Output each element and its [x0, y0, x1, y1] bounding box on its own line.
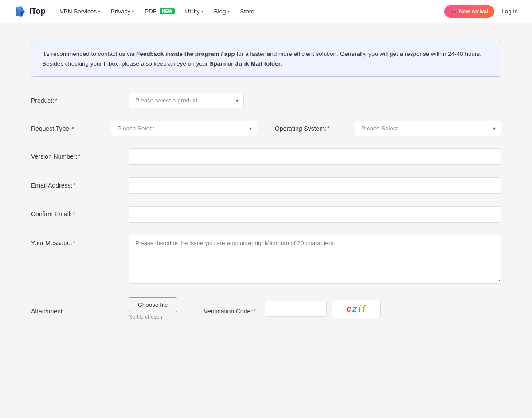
required-star: * [73, 239, 75, 246]
required-star: * [253, 308, 255, 315]
required-star: * [78, 153, 80, 160]
captcha-char-i: i [358, 304, 362, 314]
no-file-text: No file chosen [129, 314, 162, 320]
login-link[interactable]: Log in [501, 8, 518, 15]
required-star: * [73, 211, 75, 218]
request-type-label: Request Type:* [31, 121, 111, 132]
product-label: Product:* [31, 93, 129, 104]
os-label: Operating System:* [275, 121, 355, 132]
version-row: Version Number:* [31, 148, 501, 165]
captcha-char-z: z [352, 304, 358, 314]
info-bold-1: Feedback inside the program / app [136, 51, 235, 57]
required-star: * [73, 182, 75, 189]
required-star: * [55, 97, 57, 104]
version-input[interactable] [129, 148, 501, 165]
info-bold-2: Spam or Junk Mail folder [210, 60, 281, 67]
confirm-email-row: Confirm Email:* [31, 206, 501, 223]
choose-file-button[interactable]: Choose file [129, 297, 177, 312]
logo[interactable]: iTop [14, 5, 46, 18]
nav-links: VPN Services ▾ Privacy ▾ PDF NEW Utility… [60, 8, 444, 15]
info-box: It's recommended to contact us via Feedb… [31, 41, 501, 77]
confirm-email-input[interactable] [129, 206, 501, 223]
email-row: Email Address:* [31, 177, 501, 194]
nav-blog[interactable]: Blog ▾ [214, 8, 230, 15]
captcha-char-f: f [362, 304, 367, 314]
chevron-down-icon: ▾ [201, 9, 203, 14]
info-text-end: . [281, 60, 282, 67]
chevron-down-icon: ▾ [227, 9, 230, 14]
product-select-wrapper: Please select a product ▾ [129, 93, 244, 108]
message-label: Your Message:* [31, 235, 129, 246]
request-type-select-wrapper: Please Select ▾ [111, 121, 257, 136]
request-os-row: Request Type:* Please Select ▾ Operating… [31, 121, 501, 136]
request-type-select[interactable]: Please Select [111, 121, 257, 136]
product-row: Product:* Please select a product ▾ [31, 93, 501, 108]
info-text-before: It's recommended to contact us via [42, 51, 136, 57]
message-control [129, 235, 501, 285]
os-half: Operating System:* Please Select ▾ [275, 121, 501, 136]
email-input[interactable] [129, 177, 501, 194]
attachment-label: Attachment: [31, 303, 129, 315]
nav-pdf[interactable]: PDF NEW [145, 8, 174, 15]
nav-store[interactable]: Store [240, 8, 254, 15]
logo-icon [14, 5, 27, 18]
email-control [129, 177, 501, 194]
request-type-control: Please Select ▾ [111, 121, 257, 136]
required-star: * [327, 125, 329, 132]
logo-text: iTop [29, 7, 46, 16]
confirm-email-control [129, 206, 501, 223]
nav-utility[interactable]: Utility ▾ [185, 8, 203, 15]
message-textarea[interactable] [129, 235, 501, 284]
attachment-controls: Choose file No file chosen [129, 297, 177, 320]
nav-privacy[interactable]: Privacy ▾ [111, 8, 134, 15]
product-select[interactable]: Please select a product [129, 93, 244, 108]
os-control: Please Select ▾ [355, 121, 501, 136]
request-type-half: Request Type:* Please Select ▾ [31, 121, 257, 136]
confirm-email-label: Confirm Email:* [31, 206, 129, 218]
verification-input[interactable] [265, 301, 327, 317]
message-row: Your Message:* [31, 235, 501, 285]
version-label: Version Number:* [31, 148, 129, 160]
nav-vpn-services[interactable]: VPN Services ▾ [60, 8, 100, 15]
product-control: Please select a product ▾ [129, 93, 244, 108]
navigation: iTop VPN Services ▾ Privacy ▾ PDF NEW Ut… [0, 0, 532, 23]
new-badge: NEW [160, 8, 174, 14]
page-content: It's recommended to contact us via Feedb… [22, 23, 510, 355]
os-select[interactable]: Please Select [355, 121, 501, 136]
attachment-verification-row: Attachment: Choose file No file chosen V… [31, 297, 501, 320]
verification-label: Verification Code:* [204, 303, 259, 315]
chevron-down-icon: ▾ [98, 9, 100, 14]
nav-right: 📣 New Arrival Log in [444, 5, 518, 18]
captcha-image: ezif [332, 300, 381, 318]
captcha-char-e: e [346, 304, 352, 314]
chevron-down-icon: ▾ [132, 9, 134, 14]
required-star: * [72, 125, 74, 132]
new-arrival-button[interactable]: 📣 New Arrival [444, 5, 495, 18]
version-control [129, 148, 501, 165]
megaphone-icon: 📣 [450, 8, 457, 15]
os-select-wrapper: Please Select ▾ [355, 121, 501, 136]
verification-wrap: Verification Code:* ezif [204, 300, 381, 318]
email-label: Email Address:* [31, 177, 129, 189]
